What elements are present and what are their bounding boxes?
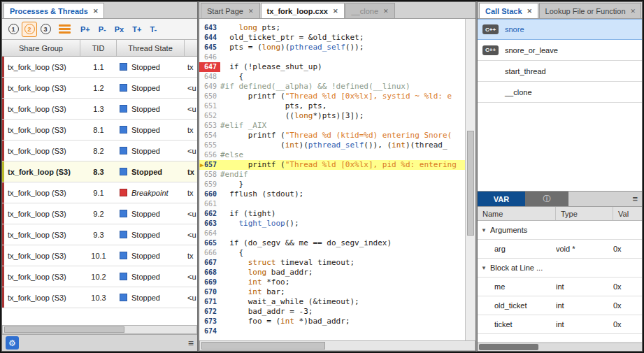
orange-menu-icon[interactable] [59,24,71,34]
close-icon[interactable]: ✕ [248,8,254,15]
tab-tx_fork_loop-cxx[interactable]: tx_fork_loop.cxx✕ [261,3,345,18]
line-number[interactable]: 651 [199,101,220,111]
var-horizontal-scrollbar[interactable] [478,343,642,351]
hamburger-menu-icon[interactable]: ≡ [632,194,638,204]
scrollbar-thumb[interactable] [4,326,124,333]
line-number[interactable]: 661 [199,199,220,209]
column-header-share-group[interactable]: Share Group [2,40,80,56]
thread-row[interactable]: tx_fork_loop (S3)8.1Stoppedtx [2,120,197,141]
call-stack-frame[interactable]: start_thread [478,61,642,82]
toolbar-button-t-plus[interactable]: T+ [128,25,145,34]
line-number[interactable]: 665 [199,238,220,248]
var-row[interactable]: ▼Arguments [478,221,642,240]
column-header-thread-state[interactable]: Thread State [117,40,185,56]
close-icon[interactable]: ✕ [93,8,99,15]
thread-row[interactable]: tx_fork_loop (S3)1.1Stoppedtx [2,57,197,78]
line-number[interactable]: 645 [199,43,220,52]
tab-processes-threads[interactable]: Processes & Threads ✕ [3,3,104,18]
thread-row[interactable]: tx_fork_loop (S3)9.1Breakpointtx [2,182,197,203]
close-icon[interactable]: ✕ [527,8,533,15]
line-number[interactable]: 653 [199,121,220,131]
thread-row[interactable]: tx_fork_loop (S3)10.2Stopped<u [2,266,197,287]
line-number[interactable]: 649 [199,82,220,92]
close-icon[interactable]: ✕ [631,8,636,15]
thread-row[interactable]: tx_fork_loop (S3)10.3Stopped<u [2,287,197,308]
var-row[interactable]: ticketint0x [478,315,642,334]
scrollbar-thumb[interactable] [479,344,538,350]
hamburger-menu-icon[interactable]: ≡ [188,338,194,349]
tab-info[interactable]: ⓘ [525,192,568,206]
line-number[interactable]: 673 [199,317,220,326]
thread-row[interactable]: tx_fork_loop (S3)8.3Stoppedtx [2,161,197,182]
line-number[interactable]: 666 [199,248,220,258]
line-number[interactable]: ▶657 [199,160,220,170]
line-number[interactable]: 664 [199,229,220,238]
thread-row[interactable]: tx_fork_loop (S3)9.3Stopped<u [2,224,197,245]
line-number[interactable]: 662 [199,209,220,219]
view-mode-button-1[interactable]: 1 [6,22,21,37]
line-number[interactable]: 647 [199,62,220,72]
thread-row[interactable]: tx_fork_loop (S3)9.2Stopped<u [2,203,197,224]
line-number[interactable]: 650 [199,92,220,101]
line-number[interactable]: 668 [199,268,220,278]
var-row[interactable]: old_ticketint0x [478,296,642,315]
close-icon[interactable]: ✕ [383,8,389,15]
settings-gear-button[interactable]: ⚙ [6,336,19,350]
call-stack-frame[interactable]: C++snore [478,19,642,40]
line-number[interactable]: 663 [199,219,220,229]
line-number[interactable]: 670 [199,287,220,297]
line-number[interactable]: 669 [199,278,220,287]
line-number[interactable]: 667 [199,258,220,268]
expand-arrow-icon[interactable]: ▼ [478,227,490,233]
editor-horizontal-scrollbar[interactable] [199,340,475,351]
line-number[interactable]: 658 [199,170,220,180]
line-number[interactable]: 652 [199,111,220,121]
scrollbar-thumb[interactable] [201,342,325,350]
line-number[interactable]: 656 [199,150,220,160]
line-number[interactable]: 659 [199,180,220,189]
toolbar-button-p-minus[interactable]: P- [94,25,110,34]
line-number[interactable]: 643 [199,23,220,33]
line-number[interactable]: 660 [199,189,220,199]
toolbar-button-p-plus[interactable]: P+ [76,25,94,34]
expand-arrow-icon[interactable]: ▼ [478,265,490,271]
thread-row[interactable]: tx_fork_loop (S3)8.2Stopped<u [2,141,197,161]
tab-lookup-file-or-function[interactable]: Lookup File or Function✕ [539,3,641,18]
column-header-val[interactable]: Val [613,207,642,220]
tab-label: Start Page [207,7,243,15]
line-number[interactable]: 674 [199,326,220,336]
thread-row[interactable]: tx_fork_loop (S3)10.1Stoppedtx [2,245,197,266]
view-mode-button-3[interactable]: 3 [38,22,53,37]
column-header-name[interactable]: Name [478,207,556,220]
column-header-tid[interactable]: TID [80,40,117,56]
line-number[interactable]: 655 [199,141,220,150]
var-row[interactable]: ▼Block at Line ... [478,259,642,278]
var-row[interactable]: argvoid *0x [478,240,642,259]
call-stack-frame[interactable]: C++snore_or_leave [478,40,642,61]
thread-row[interactable]: tx_fork_loop (S3)1.3Stopped<u [2,99,197,120]
line-number[interactable]: 672 [199,307,220,317]
tab-start-page[interactable]: Start Page✕ [201,3,260,18]
column-header-extra[interactable] [185,40,197,56]
line-number[interactable]: 671 [199,297,220,307]
editor-vertical-scrollbar[interactable] [465,19,475,340]
toolbar-button-px[interactable]: Px [110,25,128,34]
scrollbar-thumb[interactable] [467,131,474,236]
line-number[interactable]: 646 [199,52,220,62]
left-horizontal-scrollbar[interactable] [2,325,197,334]
view-mode-button-2[interactable]: 2 [22,22,37,37]
var-row[interactable]: meint0x [478,278,642,296]
column-header-type[interactable]: Type [556,207,613,220]
line-number[interactable]: 644 [199,33,220,43]
close-icon[interactable]: ✕ [333,8,338,15]
line-number[interactable]: 648 [199,72,220,82]
tab-call-stack[interactable]: Call Stack✕ [479,3,538,18]
toolbar-button-t-minus[interactable]: T- [145,25,161,34]
code-line [220,199,465,209]
editor-code[interactable]: long pts; old_ticket_ptr = &old_ticket; … [220,19,465,340]
tab-var[interactable]: VAR [478,192,525,206]
line-number[interactable]: 654 [199,131,220,141]
thread-row[interactable]: tx_fork_loop (S3)1.2Stopped<u [2,78,197,99]
tab-__clone[interactable]: __clone✕ [345,3,395,18]
call-stack-frame[interactable]: __clone [478,82,642,103]
